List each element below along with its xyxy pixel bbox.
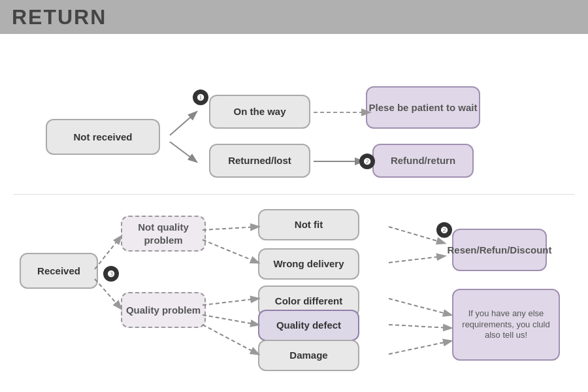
main-area: Not received ❶ On the way Returned/lost … <box>0 34 588 392</box>
svg-line-6 <box>203 227 258 230</box>
svg-line-7 <box>203 240 258 263</box>
received-box: Received <box>20 253 98 289</box>
divider <box>13 194 575 195</box>
not-fit-box: Not fit <box>258 209 359 240</box>
svg-line-13 <box>389 299 451 315</box>
header: RETURN <box>0 0 588 34</box>
svg-line-8 <box>203 299 258 305</box>
resen-box: Resen/Refun/Discount <box>452 229 547 271</box>
requirements-box: If you have any else requirements, you c… <box>452 289 560 361</box>
not-received-box: Not received <box>46 119 160 155</box>
quality-problem-box: Quality problem <box>121 292 206 328</box>
quality-defect-box: Quality defect <box>258 310 359 341</box>
svg-line-15 <box>389 341 451 354</box>
wrong-delivery-box: Wrong delivery <box>258 248 359 280</box>
not-quality-box: Not quality problem <box>121 216 206 252</box>
svg-line-5 <box>95 279 121 308</box>
badge-1: ❶ <box>193 90 208 105</box>
page-title: RETURN <box>12 5 106 29</box>
svg-line-9 <box>203 315 258 325</box>
damage-box: Damage <box>258 340 359 371</box>
returned-lost-box: Returned/lost <box>209 144 310 178</box>
svg-line-4 <box>95 237 121 269</box>
svg-line-10 <box>203 325 258 354</box>
badge-3: ❸ <box>103 266 119 282</box>
please-wait-box: Plese be patient to wait <box>366 86 480 129</box>
svg-line-12 <box>389 256 444 263</box>
badge-2-bottom: ❷ <box>436 222 452 238</box>
refund-return-box: Refund/return <box>372 144 474 178</box>
badge-2-top: ❷ <box>359 154 375 169</box>
svg-line-1 <box>170 142 196 161</box>
svg-line-0 <box>170 112 196 135</box>
svg-line-14 <box>389 325 451 328</box>
on-the-way-box: On the way <box>209 95 310 129</box>
